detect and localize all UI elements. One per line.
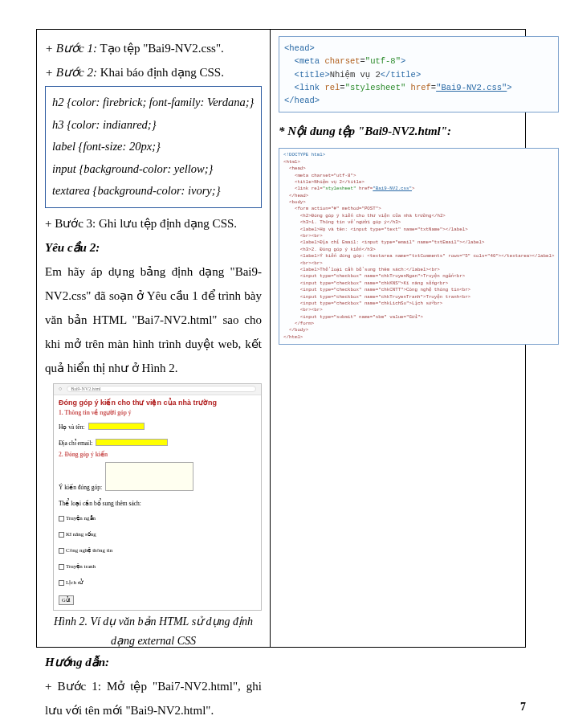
figure-caption: Hình 2. Ví dụ văn bản HTML sử dụng định … [45, 612, 262, 651]
mc-l2: <html> [283, 159, 300, 165]
opt-label-0: Truyện ngắn [66, 515, 96, 521]
css-line-5: textarea {background-color: ivory;} [52, 180, 255, 202]
code-line-head-open: <head> [284, 42, 553, 55]
checkbox-icon [59, 564, 64, 570]
step2-body: Khai báo định dạng CSS. [100, 66, 224, 79]
opt-label-3: Truyện tranh [66, 563, 96, 570]
tab-icon: ○ [59, 386, 62, 392]
row-books: Thể loại cần bổ sung thêm sách: [59, 494, 256, 509]
mc-l6: <link rel="stylesheet" href="Bai9-NV2.cs… [283, 186, 415, 191]
mc-l26: </form> [283, 321, 314, 326]
mc-l1: <!DOCTYPE html> [283, 152, 325, 157]
input-name [88, 423, 145, 430]
step-2-text: + Bước 2: Khai báo định dạng CSS. [45, 60, 262, 84]
hd-step2: + Bước 2: Áp dụng định dạng external [45, 722, 262, 728]
right-column: <head> <meta charset="utf-8"> <title>Nhi… [271, 30, 562, 647]
mc-l10: <h2>Đóng góp ý kiến cho thư viện của nhà… [283, 213, 446, 219]
mc-l19: <input type="checkbox" name="chkTruyenNg… [283, 273, 465, 279]
url-text: Bai9-NV2.html [71, 386, 101, 391]
textarea-comment [105, 462, 193, 491]
hd-step1: + Bước 1: Mở tệp "Bai7-NV2.html", ghi lư… [45, 674, 262, 722]
code-line-link: <link rel="stylesheet" href="Bai9-NV2.cs… [284, 81, 553, 94]
preview-h3b: 2. Đóng góp ý kiến [59, 451, 256, 458]
section-title: * Nội dung tệp "Bai9-NV2.html": [279, 119, 559, 143]
css-line-3: label {font-size: 20px;} [52, 136, 255, 158]
mc-l15: <h3>2. Đóng góp ý kiến</h3> [283, 247, 376, 252]
address-bar: Bai9-NV2.html [67, 386, 256, 392]
content-table: + Bước 1: Tạo tệp "Bai9-NV2.css". + Bước… [36, 29, 526, 648]
opt-0: Truyện ngắn [59, 510, 256, 525]
mc-l23: <input type="checkbox" name="chkLichSu">… [283, 301, 442, 306]
checkbox-icon [59, 580, 64, 586]
checkbox-icon [59, 532, 64, 538]
lbl-name: Họ và tên: [59, 423, 85, 431]
checkbox-icon [59, 548, 64, 554]
code-line-meta: <meta charset="utf-8"> [284, 55, 553, 67]
css-line-4: input {background-color: yellow;} [52, 158, 255, 181]
lbl-email: Địa chỉ email: [59, 440, 92, 447]
full-html-code-box: <!DOCTYPE html> <html> <head> <meta char… [279, 148, 559, 345]
yc2-title: Yêu cầu 2: [45, 235, 262, 260]
mc-l14: <label>Địa chỉ Email: <input type="email… [283, 239, 485, 245]
mc-l9: <form action="#" method="POST"> [283, 206, 381, 211]
mc-l28: </html> [283, 334, 303, 340]
mc-l12: <label>Họ và tên: <input type="text" nam… [283, 227, 468, 232]
browser-toolbar: ○ Bai9-NV2.html [54, 384, 261, 395]
mc-l7: </head> [283, 193, 308, 198]
head-code-box: <head> <meta charset="utf-8"> <title>Nhi… [279, 36, 559, 112]
mc-l24: <br><br> [283, 307, 323, 313]
page: + Bước 1: Tạo tệp "Bai9-NV2.css". + Bước… [0, 0, 562, 728]
preview-h2: Đóng góp ý kiến cho thư viện của nhà trư… [59, 399, 256, 407]
css-line-1: h2 {color: firebrick; font-family: Verda… [52, 92, 255, 114]
opt-label-4: Lịch sử [66, 579, 83, 586]
code-line-head-close: </head> [284, 94, 553, 107]
lbl-comment: Ý kiến đóng góp: [59, 484, 102, 491]
mc-l5: <title>Nhiệm vụ 2</title> [283, 179, 364, 185]
left-column: + Bước 1: Tạo tệp "Bai9-NV2.css". + Bước… [37, 30, 271, 647]
mc-l22: <input type="checkbox" name="chkTruyenTr… [283, 294, 470, 300]
mc-l21: <input type="checkbox" name="chkCNTT">Cô… [283, 287, 470, 292]
submit-btn: Gửi [59, 595, 74, 605]
opt-label-2: Công nghệ thông tin [66, 547, 112, 554]
mc-l20: <input type="checkbox" name="chkKNS">Kĩ … [283, 280, 448, 286]
row-name: Họ và tên: [59, 418, 256, 432]
mc-l17: <br><br> [283, 260, 323, 266]
mc-l16: <label>Ý kiến đóng góp: <textarea name="… [283, 253, 554, 259]
row-email: Địa chỉ email: [59, 434, 256, 448]
opt-4: Lịch sử [59, 575, 256, 589]
yc2-body: Em hãy áp dụng bảng định dạng "Bai9-NV2.… [45, 260, 262, 380]
css-line-2: h3 {color: indianred;} [52, 114, 255, 137]
browser-preview: ○ Bai9-NV2.html Đóng góp ý kiến cho thư … [53, 383, 262, 611]
page-number: 7 [520, 701, 526, 714]
code-line-title: <title>Nhiệm vụ 2</title> [284, 68, 553, 81]
opt-1: Kĩ năng sống [59, 526, 256, 541]
opt-label-1: Kĩ năng sống [66, 531, 96, 538]
mc-l11: <h3>1. Thông tin về người góp ý</h3> [283, 219, 401, 225]
opt-3: Truyện tranh [59, 558, 256, 573]
preview-h3a: 1. Thông tin về người góp ý [59, 409, 256, 416]
mc-l18: <label>Thể loại cần bổ sung thêm sách:</… [283, 267, 440, 272]
opt-2: Công nghệ thông tin [59, 542, 256, 557]
mc-l13: <br><br> [283, 233, 323, 239]
mc-l27: </body> [283, 327, 308, 333]
hd-title: Hướng dẫn: [45, 650, 262, 674]
row-comment: Ý kiến đóng góp: [59, 460, 256, 491]
mc-l25: <input type="submit" name="sbm" value="G… [283, 314, 423, 320]
step-3-text: + Bước 3: Ghi lưu tệp định dạng CSS. [45, 211, 262, 235]
lbl-books: Thể loại cần bổ sung thêm sách: [59, 500, 141, 507]
mc-l8: <body> [283, 199, 306, 205]
mc-l3: <head> [283, 166, 306, 171]
css-code-box: h2 {color: firebrick; font-family: Verda… [45, 86, 262, 208]
mc-l4: <meta charset="utf-8"> [283, 173, 356, 178]
browser-viewport: Đóng góp ý kiến cho thư viện của nhà trư… [54, 395, 261, 610]
checkbox-icon [59, 516, 64, 521]
input-email [96, 439, 168, 446]
step-1-text: + Bước 1: Tạo tệp "Bai9-NV2.css". [45, 36, 262, 60]
